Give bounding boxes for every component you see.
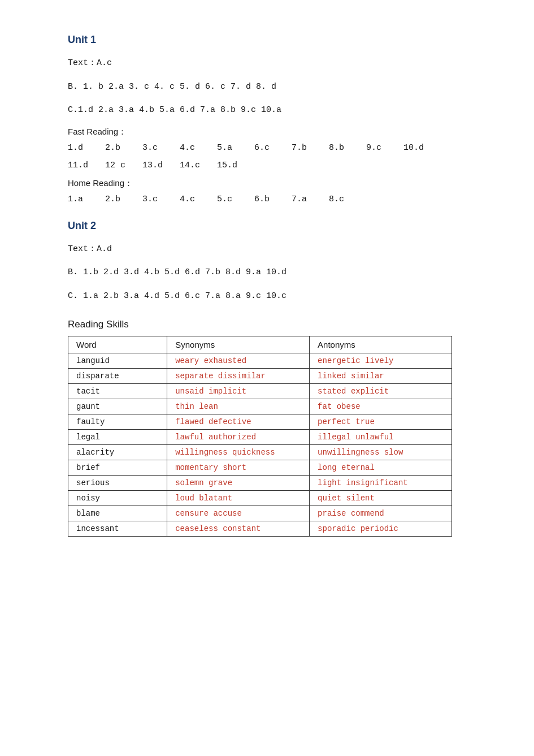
table-row: legallawful authorizedillegal unlawful	[68, 430, 452, 445]
cell-antonym-1: linked similar	[310, 369, 452, 384]
unit2-c-line: C. 1.a 2.b 3.a 4.d 5.d 6.c 7.a 8.a 9.c 1…	[68, 289, 477, 304]
col-header-word: Word	[68, 336, 167, 353]
home-1: 1.a	[68, 195, 89, 204]
cell-word-9: noisy	[68, 491, 167, 506]
fast-r2-12: 12 c	[105, 161, 127, 170]
home-reading-label: Home Reading：	[68, 178, 477, 189]
home-8: 8.c	[329, 195, 350, 204]
fast-r1-7: 7.b	[292, 143, 313, 153]
fast-r1-2: 2.b	[105, 143, 127, 153]
cell-antonym-7: long eternal	[310, 460, 452, 476]
cell-antonym-6: unwillingness slow	[310, 445, 452, 460]
fast-r1-10: 10.d	[403, 143, 425, 153]
cell-antonym-10: praise commend	[310, 506, 452, 521]
fast-r1-3: 3.c	[142, 143, 164, 153]
cell-word-4: faulty	[68, 414, 167, 430]
cell-synonym-8: solemn grave	[167, 476, 310, 491]
unit2-b-line: B. 1.b 2.d 3.d 4.b 5.d 6.d 7.b 8.d 9.a 1…	[68, 265, 477, 280]
table-row: faultyflawed defectiveperfect true	[68, 414, 452, 430]
fast-r1-1: 1.d	[68, 143, 89, 153]
home-2: 2.b	[105, 195, 127, 204]
cell-word-1: disparate	[68, 369, 167, 384]
fast-r1-5: 5.a	[217, 143, 238, 153]
table-header-row: Word Synonyms Antonyms	[68, 336, 452, 353]
cell-synonym-5: lawful authorized	[167, 430, 310, 445]
table-row: serioussolemn gravelight insignificant	[68, 476, 452, 491]
unit2-text-line: Text：A.d	[68, 242, 477, 257]
table-row: noisyloud blatantquiet silent	[68, 491, 452, 506]
cell-antonym-2: stated explicit	[310, 384, 452, 399]
fast-r1-9: 9.c	[366, 143, 388, 153]
home-5: 5.c	[217, 195, 238, 204]
fast-r1-4: 4.c	[180, 143, 201, 153]
home-7: 7.a	[292, 195, 313, 204]
table-row: briefmomentary shortlong eternal	[68, 460, 452, 476]
home-4: 4.c	[180, 195, 201, 204]
cell-synonym-10: censure accuse	[167, 506, 310, 521]
fast-reading-label: Fast Reading：	[68, 127, 477, 137]
reading-skills-block: Reading Skills Word Synonyms Antonyms la…	[68, 319, 477, 537]
fast-reading-row1: 1.d 2.b 3.c 4.c 5.a 6.c 7.b 8.b 9.c 10.d	[68, 143, 477, 153]
cell-antonym-9: quiet silent	[310, 491, 452, 506]
cell-word-3: gaunt	[68, 399, 167, 414]
cell-synonym-2: unsaid implicit	[167, 384, 310, 399]
table-row: blamecensure accusepraise commend	[68, 506, 452, 521]
cell-word-2: tacit	[68, 384, 167, 399]
unit1-title: Unit 1	[68, 34, 477, 46]
unit1-b-line: B. 1. b 2.a 3. c 4. c 5. d 6. c 7. d 8. …	[68, 80, 477, 94]
unit2-block: Unit 2 Text：A.d B. 1.b 2.d 3.d 4.b 5.d 6…	[68, 220, 477, 304]
home-reading-row: 1.a 2.b 3.c 4.c 5.c 6.b 7.a 8.c	[68, 195, 477, 204]
cell-synonym-4: flawed defective	[167, 414, 310, 430]
cell-synonym-11: ceaseless constant	[167, 521, 310, 537]
unit1-c-line: C.1.d 2.a 3.a 4.b 5.a 6.d 7.a 8.b 9.c 10…	[68, 103, 477, 118]
fast-r1-6: 6.c	[254, 143, 276, 153]
cell-antonym-11: sporadic periodic	[310, 521, 452, 537]
cell-word-10: blame	[68, 506, 167, 521]
cell-synonym-1: separate dissimilar	[167, 369, 310, 384]
cell-synonym-6: willingness quickness	[167, 445, 310, 460]
table-row: languidweary exhaustedenergetic lively	[68, 353, 452, 369]
cell-antonym-4: perfect true	[310, 414, 452, 430]
table-row: incessantceaseless constantsporadic peri…	[68, 521, 452, 537]
col-header-synonyms: Synonyms	[167, 336, 310, 353]
unit1-block: Unit 1 Text：A.c B. 1. b 2.a 3. c 4. c 5.…	[68, 34, 477, 204]
cell-antonym-5: illegal unlawful	[310, 430, 452, 445]
fast-r1-8: 8.b	[329, 143, 350, 153]
cell-word-5: legal	[68, 430, 167, 445]
cell-word-11: incessant	[68, 521, 167, 537]
cell-word-8: serious	[68, 476, 167, 491]
cell-synonym-3: thin lean	[167, 399, 310, 414]
fast-r2-14: 14.c	[180, 161, 201, 170]
fast-r2-15: 15.d	[217, 161, 238, 170]
cell-antonym-0: energetic lively	[310, 353, 452, 369]
table-row: gauntthin leanfat obese	[68, 399, 452, 414]
home-3: 3.c	[142, 195, 164, 204]
cell-synonym-7: momentary short	[167, 460, 310, 476]
cell-synonym-0: weary exhausted	[167, 353, 310, 369]
cell-word-0: languid	[68, 353, 167, 369]
cell-antonym-3: fat obese	[310, 399, 452, 414]
fast-r2-13: 13.d	[142, 161, 164, 170]
reading-skills-table: Word Synonyms Antonyms languidweary exha…	[68, 336, 452, 537]
unit2-title: Unit 2	[68, 220, 477, 232]
home-6: 6.b	[254, 195, 276, 204]
fast-r2-11: 11.d	[68, 161, 89, 170]
table-row: tacitunsaid implicitstated explicit	[68, 384, 452, 399]
cell-word-6: alacrity	[68, 445, 167, 460]
unit1-text-line: Text：A.c	[68, 56, 477, 71]
cell-antonym-8: light insignificant	[310, 476, 452, 491]
cell-synonym-9: loud blatant	[167, 491, 310, 506]
fast-reading-row2: 11.d 12 c 13.d 14.c 15.d	[68, 161, 477, 170]
reading-skills-title: Reading Skills	[68, 319, 477, 330]
cell-word-7: brief	[68, 460, 167, 476]
table-row: alacritywillingness quicknessunwillingne…	[68, 445, 452, 460]
col-header-antonyms: Antonyms	[310, 336, 452, 353]
table-row: disparateseparate dissimilarlinked simil…	[68, 369, 452, 384]
